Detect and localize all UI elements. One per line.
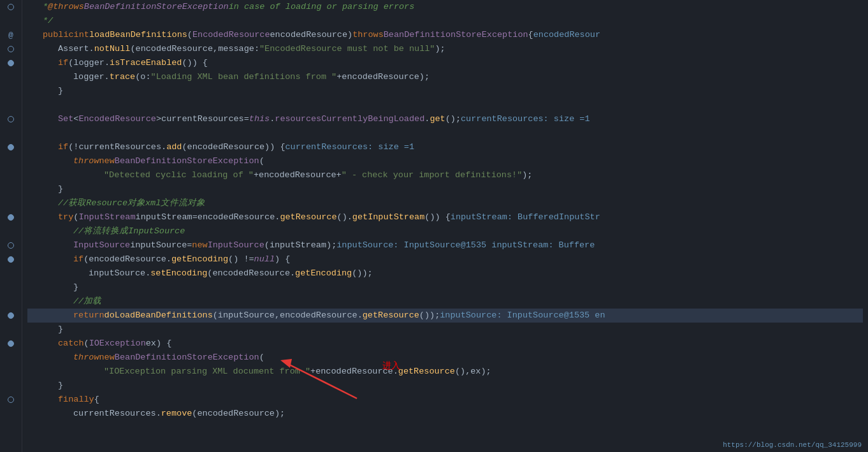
gutter-item	[0, 84, 22, 98]
gutter-dot	[8, 144, 14, 150]
code-line: currentResources . remove ( encodedResou…	[27, 407, 863, 421]
debug-hint: currentResources: size =	[286, 140, 409, 154]
type: InputSource	[208, 238, 264, 252]
keyword: new	[192, 238, 207, 252]
code-lines: * @throws BeanDefinitionStoreException i…	[22, 0, 868, 421]
gutter-item	[0, 42, 22, 56]
gutter-item	[0, 98, 22, 112]
keyword: null	[254, 252, 275, 266]
comment-text: *	[43, 0, 48, 14]
debug-value: 1	[409, 140, 414, 154]
code-line: if ( encodedResource . getEncoding () !=…	[27, 252, 863, 266]
keyword: if	[58, 140, 68, 154]
gutter-item	[0, 379, 22, 393]
keyword: catch	[58, 337, 84, 351]
code-line: public int loadBeanDefinitions ( Encoded…	[27, 28, 863, 42]
keyword: this	[249, 112, 270, 126]
gutter-item	[0, 238, 22, 252]
gutter-item	[0, 337, 22, 351]
gutter-item	[0, 196, 22, 210]
gutter-item	[0, 168, 22, 182]
gutter-item	[0, 365, 22, 379]
type: IOException	[89, 337, 146, 351]
type: BeanDefinitionStoreException	[384, 28, 528, 42]
annotation-arrow	[255, 354, 382, 407]
keyword: new	[99, 351, 115, 365]
gutter: @	[0, 0, 22, 452]
gutter-item	[0, 295, 22, 309]
comment-text: //将流转换成InputSource	[73, 224, 185, 238]
gutter-item	[0, 323, 22, 337]
method-name: getResource	[398, 365, 455, 379]
gutter-dot	[8, 60, 14, 66]
method-name: trace	[110, 70, 136, 84]
code-line: //将流转换成InputSource	[27, 224, 863, 238]
gutter-dot	[8, 242, 14, 249]
method-name: getResource	[363, 309, 419, 323]
code-line: //加载	[27, 295, 863, 309]
gutter-dot	[8, 4, 14, 10]
code-line: }	[27, 182, 863, 196]
gutter-item: @	[0, 28, 22, 42]
annotation: @throws	[48, 0, 84, 14]
code-line: "Detected cyclic loading of " + encodedR…	[27, 168, 863, 182]
keyword: if	[58, 56, 68, 70]
debug-hint: inputStream: BufferedInputStr	[451, 210, 600, 224]
code-line: inputSource . setEncoding ( encodedResou…	[27, 266, 863, 281]
method-name: getInputStream	[352, 210, 424, 224]
code-line: if (! currentResources . add ( encodedRe…	[27, 140, 863, 154]
keyword: throws	[352, 28, 384, 42]
code-line: }	[27, 281, 863, 295]
code-line: if ( logger . isTraceEnabled ()) {	[27, 56, 863, 70]
method-name: getResource	[280, 210, 336, 224]
code-line: logger . trace ( o : "Loading XML bean d…	[27, 70, 863, 84]
debug-value: 1	[584, 112, 590, 126]
code-line: }	[27, 379, 863, 393]
method-name: notNull	[94, 42, 131, 56]
type: InputSource	[73, 238, 130, 252]
gutter-item	[0, 140, 22, 154]
code-line: Set < EncodedResource > currentResources…	[27, 112, 863, 126]
code-line-highlighted: return doLoadBeanDefinitions ( inputSour…	[27, 309, 863, 323]
code-line: */	[27, 14, 863, 28]
string-literal: " - check your import definitions!"	[342, 168, 523, 182]
comment-text: //加载	[73, 295, 101, 309]
method-name: setEncoding	[150, 266, 207, 281]
keyword: if	[73, 252, 83, 266]
code-line: catch ( IOException ex ) {	[27, 337, 863, 351]
string-literal: "Detected cyclic loading of "	[104, 168, 254, 182]
gutter-item	[0, 252, 22, 266]
keyword: throw	[73, 154, 99, 168]
debug-hint: currentResources: size =	[461, 112, 584, 126]
code-line: Assert . notNull ( encodedResource , mes…	[27, 42, 863, 56]
gutter-dot	[8, 312, 14, 319]
method-name: remove	[161, 407, 192, 421]
ann-type: BeanDefinitionStoreException	[84, 0, 229, 14]
code-line: throw new BeanDefinitionStoreException (	[27, 351, 863, 365]
code-line: try ( InputStream inputStream = encodedR…	[27, 210, 863, 224]
gutter-item	[0, 266, 22, 281]
comment-text: in case of loading or parsing errors	[229, 0, 415, 14]
svg-line-0	[287, 363, 357, 398]
keyword: finally	[58, 393, 94, 407]
type: BeanDefinitionStoreException	[115, 154, 259, 168]
gutter-item	[0, 182, 22, 196]
gutter-dot	[8, 256, 14, 263]
method-name: add	[166, 140, 182, 154]
debug-hint: inputSource: InputSource@1535 en	[440, 309, 605, 323]
gutter-item	[0, 112, 22, 126]
method-name: doLoadBeanDefinitions	[105, 309, 213, 323]
gutter-item	[0, 281, 22, 295]
keyword: int	[74, 28, 89, 42]
code-line: }	[27, 323, 863, 337]
at-marker: @	[8, 31, 13, 40]
gutter-item	[0, 126, 22, 140]
gutter-item	[0, 224, 22, 238]
gutter-dot	[8, 116, 14, 122]
code-line: throw new BeanDefinitionStoreException (	[27, 154, 863, 168]
code-editor: @ * @throws BeanD	[0, 0, 868, 452]
gutter-item	[0, 70, 22, 84]
method-name: isTraceEnabled	[110, 56, 182, 70]
gutter-item	[0, 0, 22, 14]
cn-enter-label: 进入	[382, 360, 400, 372]
